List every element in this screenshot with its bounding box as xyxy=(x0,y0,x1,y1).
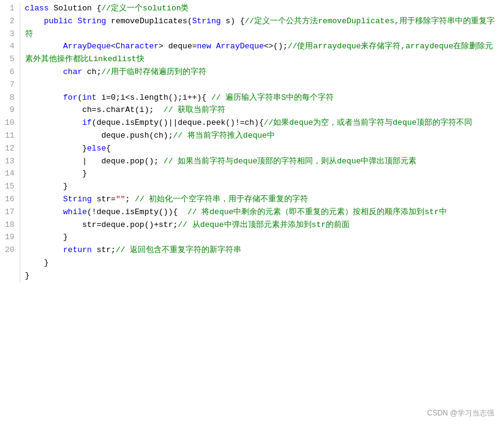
line-num-6: 6 xyxy=(5,66,15,79)
footer-text: CSDN @学习当志强 xyxy=(427,407,494,419)
code-line-20: } xyxy=(25,270,499,283)
code-content: class Solution {//定义一个solution类 public S… xyxy=(20,2,504,283)
code-line-3: ArrayDeque<Character> deque=new ArrayDeq… xyxy=(25,40,499,66)
code-line-1: class Solution {//定义一个solution类 xyxy=(25,2,499,15)
line-num-4: 4 xyxy=(5,40,15,53)
code-line-8: if(deque.isEmpty()||deque.peek()!=ch){//… xyxy=(25,117,499,130)
line-num-19: 19 xyxy=(5,231,15,244)
line-numbers: 1 2 3 4 5 6 7 8 9 10 11 12 13 14 15 16 1… xyxy=(0,2,20,283)
code-line-13: } xyxy=(25,180,499,193)
line-num-10: 10 xyxy=(5,117,15,130)
code-block: 1 2 3 4 5 6 7 8 9 10 11 12 13 14 15 16 1… xyxy=(0,0,504,285)
line-num-17: 17 xyxy=(5,206,15,219)
line-num-3: 3 xyxy=(5,28,15,41)
code-line-14: String str=""; // 初始化一个空字符串，用于存储不重复的字符 xyxy=(25,193,499,206)
line-num-5: 5 xyxy=(5,53,15,66)
code-line-16: str=deque.pop()+str;// 从deque中弹出顶部元素并添加到… xyxy=(25,219,499,232)
line-num-13: 13 xyxy=(5,155,15,168)
code-viewer: 1 2 3 4 5 6 7 8 9 10 11 12 13 14 15 16 1… xyxy=(0,0,504,424)
line-num-14: 14 xyxy=(5,168,15,180)
code-line-19: } xyxy=(25,257,499,270)
code-line-15: while(!deque.isEmpty()){ // 将deque中剩余的元素… xyxy=(25,206,499,219)
code-line-4: char ch;//用于临时存储遍历到的字符 xyxy=(25,66,499,79)
line-num-7: 7 xyxy=(5,79,15,92)
line-num-15: 15 xyxy=(5,180,15,193)
code-line-18: return str;// 返回包含不重复字符的新字符串 xyxy=(25,244,499,257)
code-line-10: }else{ xyxy=(25,143,499,155)
line-num-1: 1 xyxy=(5,2,15,15)
line-num-8: 8 xyxy=(5,92,15,105)
code-line-11: | deque.pop(); // 如果当前字符与deque顶部的字符相同，则从… xyxy=(25,155,499,168)
line-num-12: 12 xyxy=(5,143,15,155)
line-num-2: 2 xyxy=(5,15,15,28)
line-num-18: 18 xyxy=(5,219,15,232)
code-line-12: } xyxy=(25,168,499,180)
line-num-11: 11 xyxy=(5,130,15,143)
line-num-16: 16 xyxy=(5,193,15,206)
line-num-9: 9 xyxy=(5,104,15,117)
code-line-2: public String removeDuplicates(String s)… xyxy=(25,15,499,41)
code-line-9: deque.push(ch);// 将当前字符推入deque中 xyxy=(25,130,499,143)
code-line-17: } xyxy=(25,231,499,244)
code-line-7: ch=s.charAt(i); // 获取当前字符 xyxy=(25,104,499,117)
code-line-6: for(int i=0;i<s.length();i++){ // 遍历输入字符… xyxy=(25,92,499,105)
line-num-20: 20 xyxy=(5,244,15,257)
code-line-5 xyxy=(25,79,499,92)
